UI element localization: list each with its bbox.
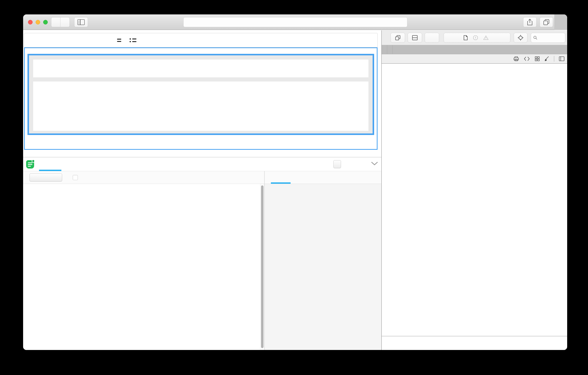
active-tab-underline bbox=[39, 170, 61, 171]
bulleted-list-icon bbox=[130, 38, 136, 40]
bulleted-list-button[interactable] bbox=[130, 38, 136, 42]
layout-grid-icon[interactable] bbox=[535, 56, 540, 61]
quick-console[interactable] bbox=[382, 336, 567, 350]
back-button[interactable] bbox=[51, 17, 60, 27]
minimize-window-button[interactable] bbox=[36, 20, 40, 24]
error-count bbox=[473, 35, 480, 40]
ckeditor-inspector-panel bbox=[23, 157, 381, 350]
dock-icon bbox=[412, 35, 418, 41]
sidebar-toggle-button[interactable] bbox=[74, 17, 88, 27]
inspect-pane bbox=[264, 184, 381, 350]
details-sidebar-toggle-icon[interactable] bbox=[559, 56, 565, 61]
new-tab-button[interactable] bbox=[554, 14, 567, 30]
collapse-inspector-button[interactable] bbox=[371, 161, 378, 166]
active-pane-tab-underline bbox=[271, 182, 291, 184]
share-button[interactable] bbox=[523, 17, 536, 27]
inspector-controls-row bbox=[23, 171, 381, 184]
element-picker-button[interactable] bbox=[514, 33, 527, 43]
address-bar[interactable] bbox=[183, 17, 407, 27]
tab-overview-button[interactable] bbox=[540, 17, 553, 27]
inspector-body bbox=[23, 184, 381, 350]
detach-devtools-button[interactable] bbox=[391, 33, 405, 43]
ckeditor-logo-icon bbox=[26, 159, 35, 169]
dock-side-button[interactable] bbox=[408, 33, 422, 43]
simple-box-widget[interactable] bbox=[27, 54, 374, 135]
devtools-toolbar bbox=[382, 30, 567, 45]
editor-editable-area[interactable] bbox=[24, 47, 378, 150]
devtools-tab-row bbox=[382, 45, 567, 54]
dom-tree bbox=[382, 64, 567, 336]
add-tab-button[interactable] bbox=[387, 45, 393, 54]
activity-summary[interactable] bbox=[444, 33, 510, 43]
devtools-settings-button[interactable] bbox=[393, 45, 398, 54]
forward-button[interactable] bbox=[60, 17, 70, 27]
print-icon[interactable] bbox=[513, 56, 519, 61]
inspector-header bbox=[23, 157, 381, 171]
inspect-pane-tab-bar bbox=[264, 171, 381, 184]
model-tree-scrollbar[interactable] bbox=[260, 184, 264, 350]
simple-box-description-field[interactable] bbox=[33, 81, 368, 131]
more-tabs-button[interactable] bbox=[382, 45, 387, 54]
compact-text-checkbox[interactable] bbox=[73, 175, 78, 180]
numbered-list-button[interactable] bbox=[114, 39, 121, 42]
devtools-search-field[interactable] bbox=[531, 33, 565, 43]
warning-icon bbox=[483, 35, 489, 40]
document-icon bbox=[463, 35, 468, 40]
chevron-down-icon bbox=[371, 161, 378, 166]
show-source-icon[interactable] bbox=[524, 56, 530, 61]
simple-box-title-field[interactable] bbox=[33, 60, 368, 77]
detach-icon bbox=[395, 35, 401, 41]
window-controls bbox=[28, 20, 48, 24]
tabs-icon bbox=[543, 19, 550, 25]
page-content bbox=[23, 30, 381, 350]
scrollbar-thumb[interactable] bbox=[261, 185, 263, 348]
share-icon bbox=[527, 19, 533, 26]
editor-instance-select[interactable] bbox=[333, 160, 341, 168]
safari-window bbox=[23, 14, 567, 350]
editor-instance-control bbox=[331, 157, 341, 171]
element-breadcrumbs bbox=[382, 54, 567, 64]
error-icon bbox=[473, 35, 478, 40]
model-tree bbox=[23, 184, 260, 350]
reload-page-button[interactable] bbox=[425, 33, 439, 43]
close-window-button[interactable] bbox=[28, 20, 32, 24]
sidebar-icon bbox=[77, 19, 85, 25]
search-icon bbox=[533, 36, 537, 40]
browser-titlebar bbox=[23, 14, 567, 30]
screenshot-root: { "icons": { "back": "‹", "forward": "›"… bbox=[0, 0, 588, 375]
divider bbox=[554, 56, 554, 62]
web-inspector bbox=[381, 30, 567, 350]
warning-count bbox=[483, 35, 490, 40]
styles-brush-icon[interactable] bbox=[545, 56, 549, 61]
zoom-window-button[interactable] bbox=[43, 20, 48, 24]
editor-toolbar bbox=[24, 33, 378, 47]
resource-count bbox=[463, 35, 470, 40]
root-select[interactable] bbox=[30, 174, 62, 181]
crosshair-icon bbox=[517, 34, 524, 41]
